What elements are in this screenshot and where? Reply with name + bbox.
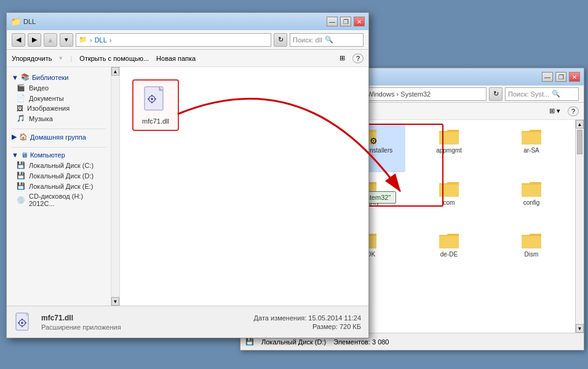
computer-icon: 🖥 [21, 151, 28, 159]
sidebar-scroll-up[interactable]: ▲ [111, 67, 119, 76]
items-count-back: Элементов: 3 080 [333, 338, 389, 346]
view-btn-front[interactable]: ⊞ [340, 54, 345, 62]
sidebar-item-drive-h[interactable]: 💿 CD-дисковод (H:) 2012С... [7, 191, 111, 208]
minimize-btn-back[interactable]: — [542, 72, 553, 82]
libraries-label: Библиотеки [32, 74, 69, 81]
sidebar-divider-2 [12, 147, 106, 148]
chevron-homegroup-icon: ▶ [12, 133, 17, 141]
sidebar-item-drive-d[interactable]: 💾 Локальный Диск (D:) [7, 170, 111, 181]
drive-e-label: Локальный Диск (E:) [29, 183, 93, 190]
scroll-down-back[interactable]: ▼ [576, 324, 584, 333]
docs-label: Документы [29, 95, 64, 102]
video-label: Видео [29, 84, 49, 92]
folder-item-config[interactable]: config [493, 177, 570, 224]
search-icon-front: 🔍 [325, 36, 333, 44]
sidebar-homegroup-header[interactable]: ▶ 🏠 Домашняя группа [7, 132, 111, 142]
fwd-btn-front[interactable]: ▶ [28, 33, 41, 47]
status-details: Дата изменения: 15.05.2014 11:24 Размер:… [254, 314, 361, 330]
status-file-type: Расширение приложения [41, 323, 247, 331]
svg-rect-12 [25, 322, 26, 323]
dll-filelist: mfc71.dll [120, 67, 368, 306]
view-btn-back[interactable]: ⊞ ▾ [549, 107, 560, 114]
svg-rect-11 [22, 325, 23, 327]
chevron-icon: ▼ [12, 74, 18, 81]
up-btn-front[interactable]: ▲ [44, 33, 57, 47]
minimize-btn-front[interactable]: — [327, 17, 338, 26]
back-btn-front[interactable]: ◀ [12, 33, 25, 47]
folder-name-de-de: de-DE [440, 251, 458, 258]
dropdown-btn-front[interactable]: ▾ [60, 33, 73, 47]
scroll-thumb-back[interactable] [577, 130, 582, 154]
drive-h-icon: 💿 [17, 196, 25, 204]
dll-statusbar: mfc71.dll Расширение приложения Дата изм… [7, 306, 368, 338]
video-icon: 🎬 [17, 84, 25, 92]
addr-bar-front[interactable]: 📁 › DLL › [76, 33, 271, 47]
sidebar-divider-1 [12, 129, 106, 129]
refresh-btn-back[interactable]: ↻ [489, 87, 503, 101]
status-file-name: mfc71.dll [41, 314, 247, 322]
scroll-up-back[interactable]: ▲ [576, 120, 584, 129]
organize-btn-front[interactable]: Упорядочить [12, 55, 52, 62]
folder-item-dism[interactable]: Dism [493, 229, 570, 276]
search-placeholder-back: Поиск: Syst... [508, 90, 549, 98]
drive-c-icon: 💾 [17, 161, 25, 169]
sidebar-computer-section: ▼ 🖥 Компьютер 💾 Локальный Диск (C:) 💾 Ло… [7, 150, 111, 208]
addr-dll-segment[interactable]: DLL [95, 36, 107, 44]
restore-btn-front[interactable]: ❐ [340, 17, 351, 26]
sidebar-item-video[interactable]: 🎬 Видео [7, 82, 111, 93]
sidebar-computer-header[interactable]: ▼ 🖥 Компьютер [7, 150, 111, 160]
search-bar-front[interactable]: Поиск: dll 🔍 [290, 33, 364, 47]
status-info: mfc71.dll Расширение приложения [41, 314, 247, 331]
sidebar-libraries-section: ▼ 📚 Библиотеки 🎬 Видео 📄 Документы 🖼 Изо… [7, 72, 111, 124]
close-btn-back[interactable]: ✕ [569, 72, 580, 82]
dll-main: ▼ 📚 Библиотеки 🎬 Видео 📄 Документы 🖼 Изо… [7, 67, 368, 306]
svg-point-9 [21, 322, 23, 324]
dll-window: 📁 DLL — ❐ ✕ ◀ ▶ ▲ ▾ 📁 › DLL › ↻ Поиск: d… [6, 12, 369, 338]
svg-rect-13 [18, 322, 20, 323]
new-folder-btn-front[interactable]: Новая папка [156, 55, 196, 62]
dll-sidebar: ▼ 📚 Библиотеки 🎬 Видео 📄 Документы 🖼 Изо… [7, 67, 111, 306]
sidebar-item-drive-e[interactable]: 💾 Локальный Диск (E:) [7, 181, 111, 191]
sidebar-item-docs[interactable]: 📄 Документы [7, 93, 111, 103]
dll-file-name: mfc71.dll [142, 117, 169, 125]
addr-folder-icon: 📁 [79, 36, 87, 44]
libraries-icon: 📚 [21, 73, 30, 81]
drive-e-icon: 💾 [17, 182, 25, 190]
folder-name-dism: Dism [525, 251, 539, 258]
close-btn-front[interactable]: ✕ [354, 17, 365, 26]
dll-addr-row: ◀ ▶ ▲ ▾ 📁 › DLL › ↻ Поиск: dll 🔍 [7, 30, 368, 50]
drive-label-back: Локальный Диск (D:) [261, 338, 326, 346]
refresh-btn-front[interactable]: ↻ [274, 33, 287, 47]
folder-name-appmgmt: appmgmt [436, 147, 462, 154]
folder-item-appmgmt[interactable]: appmgmt [410, 125, 488, 172]
sidebar-scroll-down[interactable]: ▼ [111, 297, 119, 306]
folder-icon-titlebar: 📁 [10, 17, 21, 26]
dll-file-icon [141, 85, 170, 115]
search-bar-back[interactable]: Поиск: Syst... 🔍 [505, 87, 579, 101]
svg-rect-4 [151, 101, 153, 103]
help-btn-front[interactable]: ? [352, 54, 364, 63]
sidebar-item-images[interactable]: 🖼 Изображения [7, 103, 111, 113]
folder-name-ar-sa: ar-SA [523, 147, 539, 154]
music-label: Музыка [29, 115, 53, 122]
open-with-btn-front[interactable]: Открыть с помощью... [79, 55, 149, 62]
drive-d-label: Локальный Диск (D:) [29, 172, 93, 180]
dll-file-item[interactable]: mfc71.dll [132, 79, 179, 131]
sidebar-scrollbar[interactable]: ▲ ▼ [111, 67, 120, 306]
folder-name-config: config [523, 199, 540, 206]
sidebar-libraries-header[interactable]: ▼ 📚 Библиотеки [7, 72, 111, 82]
svg-rect-5 [154, 98, 156, 100]
folder-item-com[interactable]: com [410, 177, 488, 224]
folder-item-ar-sa[interactable]: ar-SA [493, 125, 570, 172]
restore-btn-back[interactable]: ❐ [555, 72, 566, 82]
help-btn-back[interactable]: ? [568, 106, 579, 116]
scrollbar-back[interactable]: ▲ ▼ [575, 120, 584, 333]
sidebar-item-drive-c[interactable]: 💾 Локальный Диск (C:) [7, 160, 111, 170]
folder-item-de-de[interactable]: de-DE [410, 229, 488, 276]
drive-icon-back: 💾 [245, 338, 254, 346]
dll-titlebar: 📁 DLL — ❐ ✕ [7, 13, 368, 30]
homegroup-icon: 🏠 [19, 133, 28, 141]
drive-d-icon: 💾 [17, 172, 25, 180]
sidebar-item-music[interactable]: 🎵 Музыка [7, 113, 111, 124]
svg-rect-10 [22, 319, 23, 320]
